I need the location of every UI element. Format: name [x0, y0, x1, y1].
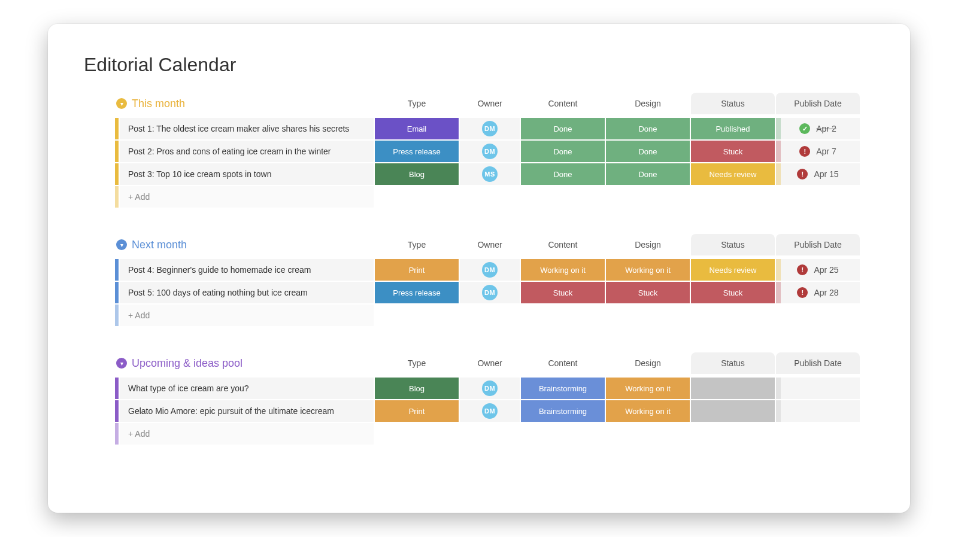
content-pill[interactable]: Done: [521, 141, 605, 162]
alert-icon: !: [797, 169, 808, 179]
status-pill[interactable]: Needs review: [691, 163, 775, 185]
design-pill[interactable]: Working on it: [606, 259, 690, 281]
add-row-label[interactable]: + Add: [120, 305, 374, 326]
row-accent: [115, 186, 119, 208]
table-row[interactable]: Post 4: Beginner's guide to homemade ice…: [115, 259, 874, 281]
avatar: DM: [482, 381, 498, 396]
owner-cell[interactable]: DM: [460, 400, 520, 422]
type-pill[interactable]: Print: [375, 259, 459, 281]
add-row[interactable]: + Add: [115, 423, 874, 445]
col-head-owner: Owner: [460, 240, 520, 249]
design-pill[interactable]: Done: [606, 141, 690, 162]
owner-cell[interactable]: DM: [460, 282, 520, 303]
chevron-down-icon[interactable]: ▾: [116, 239, 127, 250]
table-row[interactable]: Post 3: Top 10 ice cream spots in town B…: [115, 163, 874, 185]
row-accent: [115, 378, 119, 399]
table-row[interactable]: Gelato Mio Amore: epic pursuit of the ul…: [115, 400, 874, 422]
row-title[interactable]: What type of ice cream are you?: [120, 378, 374, 399]
status-pill[interactable]: [691, 400, 775, 422]
design-pill[interactable]: Stuck: [606, 282, 690, 303]
content-pill[interactable]: Brainstorming: [521, 378, 605, 399]
table-row[interactable]: What type of ice cream are you? Blog DM …: [115, 378, 874, 399]
status-pill[interactable]: Needs review: [691, 259, 775, 281]
publish-date-cell[interactable]: [776, 378, 860, 399]
row-title[interactable]: Gelato Mio Amore: epic pursuit of the ul…: [120, 400, 374, 422]
table-row[interactable]: Post 1: The oldest ice cream maker alive…: [115, 118, 874, 139]
group-next-month: ▾ Next month Type Owner Content Design S…: [84, 234, 874, 326]
avatar: DM: [482, 403, 498, 419]
group-header: ▾ Next month Type Owner Content Design S…: [97, 234, 874, 255]
col-head-design: Design: [606, 99, 690, 108]
add-row[interactable]: + Add: [115, 305, 874, 326]
publish-date-cell[interactable]: ✓ Apr 2: [776, 118, 860, 139]
design-pill[interactable]: Working on it: [606, 400, 690, 422]
publish-date-cell[interactable]: [776, 400, 860, 422]
group-title-wrap[interactable]: ▾ This month: [116, 98, 374, 110]
date-text: Apr 7: [816, 147, 836, 156]
col-head-status: Status: [691, 93, 775, 114]
chevron-down-icon[interactable]: ▾: [116, 358, 127, 369]
content-pill[interactable]: Working on it: [521, 259, 605, 281]
avatar: DM: [482, 285, 498, 300]
group-upcoming: ▾ Upcoming & ideas pool Type Owner Conte…: [84, 352, 874, 445]
type-pill[interactable]: Blog: [375, 163, 459, 185]
group-title: Upcoming & ideas pool: [132, 357, 242, 370]
add-row[interactable]: + Add: [115, 186, 874, 208]
col-head-content: Content: [521, 240, 605, 249]
row-title[interactable]: Post 2: Pros and cons of eating ice crea…: [120, 141, 374, 162]
row-title[interactable]: Post 1: The oldest ice cream maker alive…: [120, 118, 374, 139]
rows: Post 1: The oldest ice cream maker alive…: [97, 118, 874, 208]
row-title[interactable]: Post 4: Beginner's guide to homemade ice…: [120, 259, 374, 281]
col-head-type: Type: [375, 240, 459, 249]
col-head-design: Design: [606, 240, 690, 249]
row-accent: [115, 400, 119, 422]
col-head-content: Content: [521, 358, 605, 368]
table-row[interactable]: Post 5: 100 days of eating nothing but i…: [115, 282, 874, 303]
owner-cell[interactable]: DM: [460, 141, 520, 162]
owner-cell[interactable]: DM: [460, 378, 520, 399]
group-title-wrap[interactable]: ▾ Upcoming & ideas pool: [116, 357, 374, 370]
design-pill[interactable]: Done: [606, 118, 690, 139]
row-title[interactable]: Post 5: 100 days of eating nothing but i…: [120, 282, 374, 303]
col-head-type: Type: [375, 99, 459, 108]
content-pill[interactable]: Brainstorming: [521, 400, 605, 422]
date-text: Apr 15: [814, 169, 838, 179]
type-pill[interactable]: Blog: [375, 378, 459, 399]
col-head-status: Status: [691, 352, 775, 374]
design-pill[interactable]: Done: [606, 163, 690, 185]
publish-date-cell[interactable]: ! Apr 15: [776, 163, 860, 185]
col-head-owner: Owner: [460, 99, 520, 108]
content-pill[interactable]: Stuck: [521, 282, 605, 303]
status-pill[interactable]: Stuck: [691, 141, 775, 162]
row-accent: [115, 259, 119, 281]
status-pill[interactable]: Published: [691, 118, 775, 139]
chevron-down-icon[interactable]: ▾: [116, 98, 127, 109]
publish-date-cell[interactable]: ! Apr 28: [776, 282, 860, 303]
page-title: Editorial Calendar: [84, 54, 874, 76]
design-pill[interactable]: Working on it: [606, 378, 690, 399]
content-pill[interactable]: Done: [521, 118, 605, 139]
owner-cell[interactable]: DM: [460, 118, 520, 139]
alert-icon: !: [797, 264, 808, 275]
group-title-wrap[interactable]: ▾ Next month: [116, 239, 374, 251]
status-pill[interactable]: Stuck: [691, 282, 775, 303]
publish-date-cell[interactable]: ! Apr 25: [776, 259, 860, 281]
type-pill[interactable]: Press release: [375, 282, 459, 303]
group-this-month: ▾ This month Type Owner Content Design S…: [84, 93, 874, 208]
type-pill[interactable]: Press release: [375, 141, 459, 162]
alert-icon: !: [799, 146, 810, 157]
publish-date-cell[interactable]: ! Apr 7: [776, 141, 860, 162]
add-row-label[interactable]: + Add: [120, 186, 374, 208]
owner-cell[interactable]: MS: [460, 163, 520, 185]
content-pill[interactable]: Done: [521, 163, 605, 185]
table-row[interactable]: Post 2: Pros and cons of eating ice crea…: [115, 141, 874, 162]
avatar: DM: [482, 262, 498, 278]
row-title[interactable]: Post 3: Top 10 ice cream spots in town: [120, 163, 374, 185]
type-pill[interactable]: Print: [375, 400, 459, 422]
add-row-label[interactable]: + Add: [120, 423, 374, 445]
status-pill[interactable]: [691, 378, 775, 399]
col-head-publish-date: Publish Date: [776, 234, 860, 255]
owner-cell[interactable]: DM: [460, 259, 520, 281]
type-pill[interactable]: Email: [375, 118, 459, 139]
row-accent: [115, 118, 119, 139]
